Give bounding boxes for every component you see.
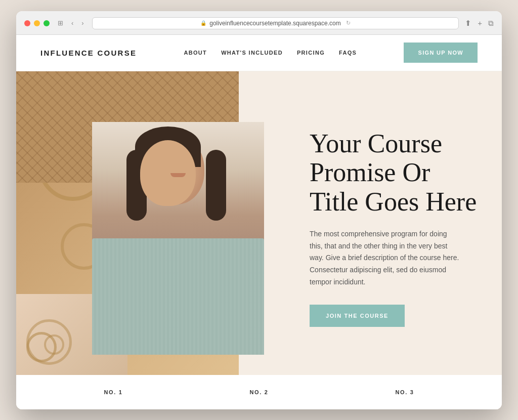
forward-icon[interactable]: ›: [79, 18, 85, 28]
reload-icon[interactable]: ↻: [346, 20, 351, 26]
bottom-numbers-section: NO. 1 NO. 2 NO. 3: [16, 375, 502, 409]
lock-icon: 🔒: [200, 20, 206, 26]
hero-content: Your Course Promise Or Title Goes Here T…: [279, 71, 502, 375]
tabs-icon[interactable]: ⧉: [488, 19, 494, 28]
hero-section: Your Course Promise Or Title Goes Here T…: [16, 71, 502, 375]
hero-title: Your Course Promise Or Title Goes Here: [310, 129, 482, 216]
share-icon[interactable]: ⬆: [465, 19, 471, 28]
hero-cta-button[interactable]: JOIN THE COURSE: [310, 305, 405, 327]
navbar: INFLUENCE COURSE ABOUT WHAT'S INCLUDED P…: [16, 35, 502, 71]
minimize-button[interactable]: [34, 20, 40, 26]
website: INFLUENCE COURSE ABOUT WHAT'S INCLUDED P…: [16, 35, 502, 409]
hero-images: [16, 71, 279, 375]
window-switcher-icon[interactable]: ⊞: [56, 18, 65, 28]
address-bar[interactable]: 🔒 goliveinfluencecoursetemplate.squaresp…: [92, 17, 459, 29]
nav-links: ABOUT WHAT'S INCLUDED PRICING FAQS: [184, 50, 357, 56]
number-item-2: NO. 2: [250, 389, 269, 395]
nav-faqs[interactable]: FAQS: [339, 50, 357, 56]
browser-window: ⊞ ‹ › 🔒 goliveinfluencecoursetemplate.sq…: [16, 11, 502, 409]
back-icon[interactable]: ‹: [69, 18, 75, 28]
close-button[interactable]: [24, 20, 30, 26]
portrait-image: [92, 122, 264, 355]
nav-signup-button[interactable]: SIGN UP NOW: [404, 43, 478, 63]
site-logo: INFLUENCE COURSE: [40, 49, 137, 57]
number-item-3: NO. 3: [396, 389, 414, 395]
url-text: goliveinfluencecoursetemplate.squarespac…: [209, 20, 340, 27]
nav-about[interactable]: ABOUT: [184, 50, 207, 56]
maximize-button[interactable]: [44, 20, 50, 26]
browser-actions: ⬆ + ⧉: [465, 19, 494, 28]
nav-whats-included[interactable]: WHAT'S INCLUDED: [221, 50, 283, 56]
traffic-lights: [24, 20, 50, 26]
hero-description: The most comprehensive program for doing…: [310, 228, 461, 288]
browser-chrome: ⊞ ‹ › 🔒 goliveinfluencecoursetemplate.sq…: [16, 11, 502, 35]
browser-nav-controls: ⊞ ‹ ›: [56, 18, 86, 28]
number-item-1: NO. 1: [104, 389, 123, 395]
nav-pricing[interactable]: PRICING: [297, 50, 325, 56]
new-tab-icon[interactable]: +: [478, 19, 482, 28]
portrait-simulation: [92, 122, 264, 355]
